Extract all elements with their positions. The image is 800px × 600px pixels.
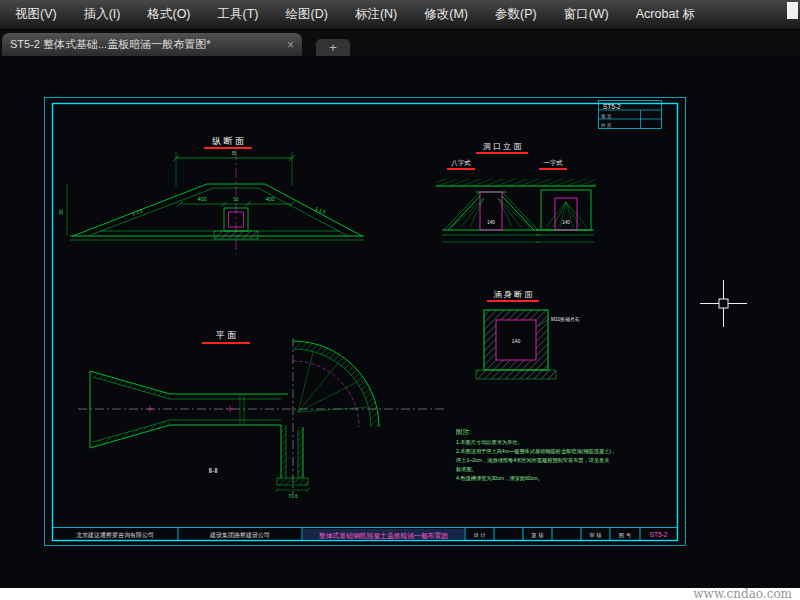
field-design: 设 计 bbox=[473, 532, 486, 538]
label-underline bbox=[447, 168, 475, 170]
curved-wall-hatch bbox=[293, 341, 379, 427]
menu-draw[interactable]: 绘图(D) bbox=[277, 6, 337, 23]
corner-table: ST5-2 第 页 共 页 bbox=[601, 103, 621, 128]
window-control[interactable] bbox=[787, 2, 798, 19]
note-line: 填土1~2cm，涵身须按每4米区间所需规格预制安装布置，详见有关 bbox=[455, 457, 609, 464]
barrel-wall-hatch bbox=[298, 427, 303, 478]
menu-bar: 视图(V) 插入(I) 格式(O) 工具(T) 绘图(D) 标注(N) 修改(M… bbox=[0, 0, 800, 30]
corner-row-total: 共 页 bbox=[601, 123, 612, 128]
plan-section-mark: Ⅱ-Ⅱ bbox=[208, 467, 217, 474]
plan-dim-bottom: 70.6 bbox=[288, 493, 298, 499]
section-foundation bbox=[476, 370, 556, 379]
menu-parametric[interactable]: 参数(P) bbox=[486, 6, 546, 23]
title-underline bbox=[487, 300, 539, 302]
corner-row-page: 第 页 bbox=[601, 114, 612, 119]
title-block: 北京建达通桥梁咨询有限公司 建设集团路桥建设公司 整体式基础钢筋混凝土盖板暗涵一… bbox=[76, 529, 668, 540]
note-line: 4.电缆槽净宽为30cm，净深面60cm。 bbox=[456, 475, 543, 482]
dim-400-right: 400 bbox=[265, 196, 274, 202]
tab-bar: ST5-2 整体式基础...盖板暗涵一般布置图* × + bbox=[0, 30, 800, 56]
tab-close-icon[interactable]: × bbox=[287, 38, 294, 52]
barrel-wall-hatch bbox=[281, 425, 286, 478]
portal-dim-left: 140 bbox=[487, 220, 495, 225]
tab-title: ST5-2 整体式基础...盖板暗涵一般布置图* bbox=[10, 37, 281, 52]
new-tab-button[interactable]: + bbox=[316, 39, 350, 56]
dim-400-left: 400 bbox=[197, 196, 206, 202]
portal-title: 洞 口 立 面 bbox=[483, 142, 523, 151]
company-name-1: 北京建达通桥梁咨询有限公司 bbox=[76, 531, 154, 539]
label-underline bbox=[539, 168, 567, 170]
portal-dim-right: 140 bbox=[562, 220, 570, 225]
title-underline bbox=[476, 152, 528, 154]
portal-type-left: 八字式 bbox=[451, 159, 471, 167]
menu-window[interactable]: 窗口(W) bbox=[555, 6, 618, 23]
wingwall-hatch bbox=[90, 420, 170, 448]
note-line: 2.本图适用于填土高4m一般整体式基础钢筋砼盖板暗涵(钢筋混凝土)， bbox=[456, 448, 616, 455]
portal-elevation-view: 洞 口 立 面 八字式 一字式 bbox=[436, 142, 596, 242]
longitudinal-title: 纵 断 面 bbox=[212, 136, 244, 146]
notes-title: 附注: bbox=[456, 428, 471, 436]
portal-type-right: 一字式 bbox=[543, 159, 563, 166]
section-material: M10浆砌片石 bbox=[551, 316, 580, 323]
ground-hatch bbox=[436, 179, 596, 186]
menu-dimension[interactable]: 标注(N) bbox=[346, 6, 406, 23]
tab-drawing[interactable]: ST5-2 整体式基础...盖板暗涵一般布置图* × bbox=[2, 33, 302, 56]
menu-tools[interactable]: 工具(T) bbox=[209, 6, 268, 23]
company-name-2: 建设集团路桥建设公司 bbox=[209, 531, 270, 539]
watermark-strip: www.cndao.com bbox=[0, 588, 800, 600]
dim-50: 50 bbox=[233, 197, 239, 202]
menu-view[interactable]: 视图(V) bbox=[6, 6, 66, 23]
plan-view: 平 面 bbox=[78, 330, 445, 499]
crosshair-cursor bbox=[700, 280, 747, 327]
field-review: 审 核 bbox=[589, 532, 602, 538]
section-inner-dim: 140 bbox=[512, 338, 521, 344]
menu-acrobat[interactable]: Acrobat 标 bbox=[627, 6, 704, 23]
body-section-view: 涵 身 断 面 140 M10浆砌片石 bbox=[476, 290, 580, 379]
title-underline bbox=[204, 147, 252, 149]
field-drawing-no: 图 号 bbox=[619, 532, 632, 539]
note-line: 1.本图尺寸均以厘米为单位。 bbox=[456, 439, 523, 446]
wingwall-hatch bbox=[90, 371, 170, 399]
menu-modify[interactable]: 修改(M) bbox=[415, 6, 477, 23]
sheet-frame bbox=[45, 98, 686, 546]
dim-b: B bbox=[232, 150, 236, 156]
portal-opening-right bbox=[555, 198, 577, 230]
field-check: 复 核 bbox=[531, 532, 544, 539]
longitudinal-section-view: 纵 断 面 bbox=[58, 136, 364, 254]
menu-format[interactable]: 格式(O) bbox=[138, 6, 199, 23]
title-underline bbox=[202, 342, 250, 344]
drawing-title: 整体式基础钢筋混凝土盖板暗涵一般布置图 bbox=[318, 532, 448, 540]
watermark-text: www.cndao.com bbox=[693, 588, 792, 600]
drawing-svg: ST5-2 第 页 共 页 纵 断 面 bbox=[0, 56, 800, 588]
plan-title: 平 面 bbox=[216, 330, 237, 340]
corner-sheet-code: ST5-2 bbox=[603, 103, 621, 110]
body-section-title: 涵 身 断 面 bbox=[494, 290, 534, 299]
note-line: 标准图。 bbox=[455, 466, 477, 473]
cad-application-window: 视图(V) 插入(I) 格式(O) 工具(T) 绘图(D) 标注(N) 修改(M… bbox=[0, 0, 800, 600]
drawing-canvas[interactable]: ST5-2 第 页 共 页 纵 断 面 bbox=[0, 56, 800, 588]
dim-height: 30 bbox=[58, 209, 64, 215]
notes-block: 附注: 1.本图尺寸均以厘米为单位。 2.本图适用于填土高4m一般整体式基础钢筋… bbox=[455, 428, 616, 482]
menu-insert[interactable]: 插入(I) bbox=[75, 6, 130, 23]
drawing-number: ST5-2 bbox=[650, 531, 668, 538]
outlet-end-cap bbox=[277, 478, 308, 485]
